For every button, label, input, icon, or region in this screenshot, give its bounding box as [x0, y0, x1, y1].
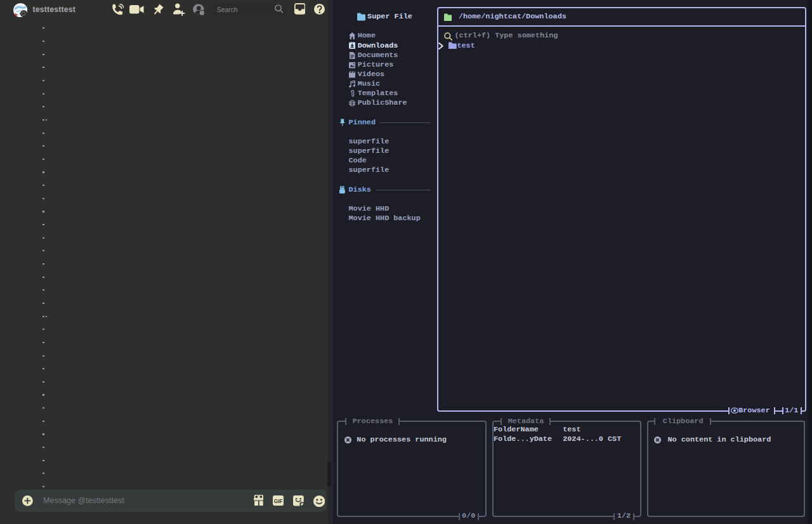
svg-text:GIF: GIF [274, 498, 283, 504]
